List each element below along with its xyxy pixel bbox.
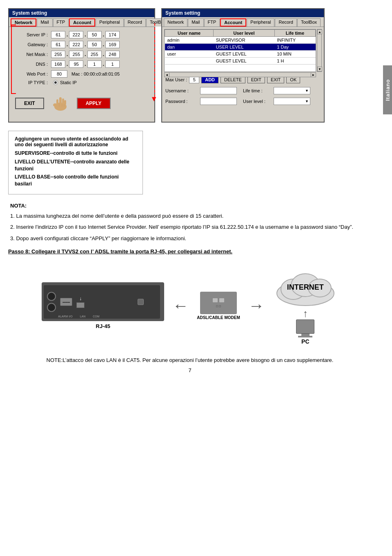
user-lifetime-cell: INFINITY bbox=[274, 37, 315, 44]
note-1-text: La massima lunghezza del nome dell’utent… bbox=[16, 213, 223, 219]
pc-label: PC bbox=[301, 338, 309, 345]
tab-account[interactable]: Account bbox=[69, 18, 95, 27]
table-row[interactable]: user GUEST LEVEL 10 MIN bbox=[165, 51, 316, 58]
dot9: . bbox=[103, 51, 104, 57]
apply-button[interactable]: APPLY bbox=[77, 98, 111, 109]
rj45-port bbox=[76, 302, 85, 308]
dns-3[interactable] bbox=[87, 60, 102, 68]
max-user-label: Max User : bbox=[165, 77, 187, 82]
dashed-line bbox=[154, 23, 155, 97]
server-ip-3[interactable] bbox=[87, 31, 102, 38]
scroll-left-btn[interactable]: ◄ bbox=[165, 73, 169, 77]
scroll-right-btn[interactable]: ► bbox=[311, 73, 316, 77]
server-ip-label: Server IP : bbox=[15, 32, 48, 37]
table-row[interactable]: GUEST LEVEL 1 H bbox=[165, 58, 316, 65]
server-ip-1[interactable] bbox=[51, 31, 65, 38]
dns-1[interactable] bbox=[51, 60, 65, 68]
note-3-number: 3. bbox=[10, 235, 15, 241]
lifetime-form-label: Life time : bbox=[243, 88, 272, 93]
webport-input[interactable] bbox=[51, 70, 67, 78]
acc-tab-peripheral[interactable]: Peripheral bbox=[247, 18, 274, 27]
username-form-label: Username : bbox=[165, 88, 198, 93]
netmask-1[interactable] bbox=[51, 51, 65, 58]
port-labels: ALARM I/O LAN COM bbox=[58, 315, 99, 318]
netmask-2[interactable] bbox=[69, 51, 83, 58]
dot7: . bbox=[67, 51, 68, 57]
user-name-cell: admin bbox=[165, 37, 214, 44]
pc-base bbox=[298, 336, 312, 337]
username-form-input[interactable] bbox=[200, 87, 237, 94]
exit-button[interactable]: EXIT bbox=[15, 98, 44, 109]
gateway-2[interactable] bbox=[69, 41, 83, 48]
scroll-down-btn[interactable]: ▼ bbox=[317, 67, 322, 71]
username-form-row: Username : Life time : ▼ bbox=[162, 85, 324, 96]
dns-row: DNS : . . . bbox=[15, 60, 148, 68]
static-ip-radio[interactable] bbox=[53, 80, 58, 85]
dot4: . bbox=[67, 42, 68, 47]
acc-tab-toolbox[interactable]: ToolBox bbox=[297, 18, 321, 27]
vertical-scrollbar[interactable]: ▲ ▼ bbox=[317, 29, 322, 72]
info-box: Aggiungere un nuovo utente ed associando… bbox=[8, 131, 143, 194]
left-bracket-indicator bbox=[11, 25, 16, 94]
iptype-row: IP TYPE : Static IP bbox=[15, 80, 148, 85]
user-level-cell: USER LEVEL bbox=[214, 44, 275, 51]
netmask-4[interactable] bbox=[105, 51, 120, 58]
gateway-inputs[interactable]: . . . bbox=[51, 41, 120, 48]
netmask-3[interactable] bbox=[87, 51, 102, 58]
server-ip-4[interactable] bbox=[105, 31, 120, 38]
userlevel-dropdown[interactable]: ▼ bbox=[274, 98, 310, 105]
acc-tab-account[interactable]: Account bbox=[220, 18, 246, 27]
lifetime-dropdown[interactable]: ▼ bbox=[274, 87, 310, 94]
server-ip-2[interactable] bbox=[69, 31, 83, 38]
top-dialogs-area: ▼ System setting Network Mail FTP Accoun… bbox=[8, 8, 372, 194]
gateway-1[interactable] bbox=[51, 41, 65, 48]
dialog-tabs-bar: Network Mail FTP Account Peripheral Reco… bbox=[9, 17, 154, 27]
gateway-3[interactable] bbox=[87, 41, 102, 48]
note-2: 2. Inserire l’indirizzo IP con il tuo In… bbox=[10, 223, 370, 231]
tab-ftp[interactable]: FTP bbox=[53, 18, 69, 27]
modem-label: ADSL/CABLE MODEM bbox=[197, 315, 240, 320]
netmask-inputs[interactable]: . . . bbox=[51, 51, 120, 58]
dsub-connector: ▬▬▬ bbox=[60, 298, 72, 306]
dropdown-arrow2: ▼ bbox=[305, 99, 309, 103]
dns-inputs[interactable]: . . . bbox=[51, 60, 120, 68]
tab-mail[interactable]: Mail bbox=[37, 18, 52, 27]
horizontal-scrollbar[interactable]: ◄ ► bbox=[164, 72, 316, 77]
acc-tab-record[interactable]: Record bbox=[275, 18, 296, 27]
svg-rect-1 bbox=[59, 97, 62, 105]
down-arrow: ▼ bbox=[150, 95, 158, 103]
server-ip-inputs[interactable]: . . . bbox=[51, 31, 120, 38]
acc-tab-ftp[interactable]: FTP bbox=[204, 18, 220, 27]
dns-label: DNS : bbox=[15, 62, 48, 67]
pc-monitor bbox=[296, 319, 314, 334]
rj45-area: ↓ bbox=[76, 296, 85, 308]
arrow-left-icon: ← bbox=[172, 297, 189, 315]
modem-body: □ □ bbox=[200, 292, 237, 314]
iptype-label: IP TYPE : bbox=[15, 80, 48, 85]
netmask-label: Net Mask : bbox=[15, 52, 48, 57]
info-item-1: SUPERVISORE--controllo di tutte le funzi… bbox=[15, 150, 136, 157]
dns-2[interactable] bbox=[69, 60, 83, 68]
rj45-label: RJ-45 bbox=[96, 323, 110, 329]
acc-tab-mail[interactable]: Mail bbox=[188, 18, 203, 27]
tab-peripheral[interactable]: Peripheral bbox=[96, 18, 123, 27]
note-1: 1. La massima lunghezza del nome dell’ut… bbox=[10, 212, 370, 220]
scroll-up-btn[interactable]: ▲ bbox=[317, 29, 322, 34]
table-row[interactable]: dan USER LEVEL 1 Day bbox=[165, 44, 316, 51]
info-box-title: Aggiungere un nuovo utente ed associando… bbox=[15, 136, 136, 147]
dot8: . bbox=[85, 51, 86, 57]
dropdown-arrow: ▼ bbox=[305, 89, 309, 93]
table-row[interactable]: admin SUPERVISOR INFINITY bbox=[165, 37, 316, 44]
gateway-4[interactable] bbox=[105, 41, 120, 48]
user-table-inner: User name User level Life time admin SUP… bbox=[164, 29, 316, 72]
password-form-input[interactable] bbox=[200, 98, 237, 105]
user-lifetime-cell: 1 Day bbox=[274, 44, 315, 51]
side-language-tab: Italiano bbox=[383, 65, 392, 114]
tab-record[interactable]: Record bbox=[124, 18, 146, 27]
password-form-label: Password : bbox=[165, 99, 198, 104]
col-lifetime: Life time bbox=[274, 30, 315, 37]
acc-tab-network[interactable]: Network bbox=[164, 18, 187, 27]
dns-4[interactable] bbox=[105, 60, 120, 68]
modem-slots bbox=[213, 298, 224, 302]
cloud-container: INTERNET bbox=[273, 267, 338, 308]
